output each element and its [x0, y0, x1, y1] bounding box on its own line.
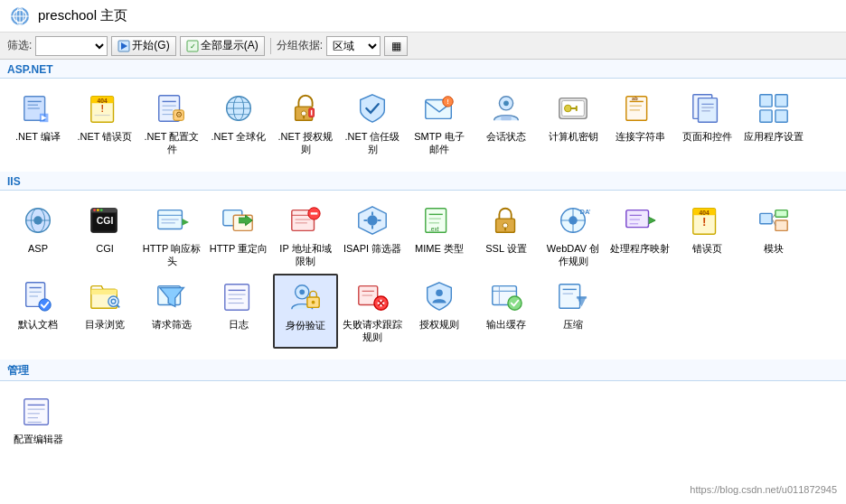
svg-rect-62 [776, 110, 787, 122]
icon-fail-request [354, 278, 390, 314]
svg-point-137 [299, 290, 305, 295]
icon-label-webdav: WebDAV 创作规则 [543, 242, 603, 268]
view-mode-icon: ▦ [391, 40, 401, 52]
toolbar: 筛选: 开始(G) ✓ 全部显示(A) 分组依据: 区域 ▦ [0, 33, 846, 60]
icon-item-conn-string[interactable]: ab 连接字符串 [607, 86, 672, 161]
icon-item-auth[interactable]: 身份验证 [273, 274, 338, 349]
icon-label-smtp: SMTP 电子邮件 [409, 130, 469, 156]
svg-text:DAV: DAV [580, 208, 590, 216]
icon-item-dotnet-config[interactable]: ⚙ .NET 配置文件 [139, 86, 204, 161]
section-iis: IIS ASP CGI CGI HTTP 响应标头 HTTP 重定向 [0, 172, 846, 356]
icon-item-dotnet-auth[interactable]: .NET 授权规则 [273, 86, 338, 161]
icon-item-log[interactable]: 日志 [206, 274, 271, 349]
icon-item-dotnet-error[interactable]: 404 ! .NET 错误页 [72, 86, 137, 161]
svg-point-148 [436, 290, 443, 297]
icon-item-config-editor[interactable]: 配置编辑器 [5, 388, 70, 450]
start-button[interactable]: 开始(G) [111, 36, 175, 56]
icon-item-error-pages[interactable]: 404 ! 错误页 [674, 198, 739, 273]
icon-item-default-doc[interactable]: 默认文档 [5, 274, 70, 349]
view-mode-button[interactable]: ▦ [384, 36, 408, 56]
svg-point-88 [367, 215, 377, 225]
section-header-aspnet: ASP.NET [0, 60, 846, 79]
icon-item-http-redirect[interactable]: HTTP 重定向 [206, 198, 271, 273]
svg-rect-131 [225, 285, 249, 311]
icon-item-app-settings[interactable]: 应用程序设置 [741, 86, 806, 161]
icon-label-output-cache: 输出缓存 [486, 318, 526, 331]
icon-item-modules[interactable]: 模块 [741, 198, 806, 273]
icon-item-ssl[interactable]: SSL 设置 [474, 198, 539, 273]
icon-modules [756, 202, 792, 238]
icon-label-log: 日志 [229, 318, 249, 331]
icon-item-request-filter[interactable]: 请求筛选 [139, 274, 204, 349]
icon-item-dir-browse[interactable]: 目录浏览 [72, 274, 137, 349]
icon-isapi-filter [354, 202, 390, 238]
section-aspnet: ASP.NET .NET 编译 404 ! .NET 错误页 ⚙ .NET 配置… [0, 60, 846, 168]
icon-label-asp: ASP [28, 242, 48, 255]
icon-item-asp[interactable]: ASP [5, 198, 70, 273]
icon-item-http-response[interactable]: HTTP 响应标头 [139, 198, 204, 273]
icon-label-machine-key: 计算机密钥 [549, 130, 598, 143]
svg-text:!: ! [702, 214, 706, 228]
icon-label-authz-rules: 授权规则 [419, 318, 459, 331]
icon-item-dotnet-trust[interactable]: .NET 信任级别 [340, 86, 405, 161]
icon-authz-rules [421, 278, 457, 314]
svg-rect-115 [776, 210, 787, 217]
icon-dotnet-config: ⚙ [154, 90, 190, 126]
svg-rect-48 [576, 109, 578, 111]
svg-rect-34 [303, 116, 305, 119]
icon-item-handler[interactable]: 处理程序映射 [607, 198, 672, 273]
icon-item-pages-controls[interactable]: 页面和控件 [674, 86, 739, 161]
icon-label-dotnet-auth: .NET 授权规则 [276, 130, 335, 156]
icon-item-dotnet-global[interactable]: .NET 全球化 [206, 86, 271, 161]
svg-rect-125 [91, 290, 118, 295]
svg-rect-55 [699, 98, 718, 123]
icon-ip-restrict [287, 202, 324, 238]
show-all-button[interactable]: ✓ 全部显示(A) [180, 36, 265, 56]
icon-item-dotnet-compile[interactable]: .NET 编译 [5, 86, 70, 161]
icon-item-compress[interactable]: 压缩 [540, 274, 606, 349]
svg-text:CGI: CGI [97, 215, 114, 225]
filter-select[interactable] [35, 36, 108, 56]
icon-item-mime[interactable]: .ext MIME 类型 [407, 198, 472, 273]
svg-point-45 [565, 105, 572, 112]
icon-label-dotnet-trust: .NET 信任级别 [343, 130, 402, 156]
section-header-iis: IIS [0, 172, 846, 191]
icon-label-ip-restrict: IP 地址和域限制 [276, 242, 335, 268]
icon-dotnet-auth [287, 90, 324, 126]
svg-marker-78 [182, 219, 189, 226]
icon-ssl [488, 202, 524, 238]
svg-rect-100 [504, 227, 506, 230]
start-icon [118, 40, 130, 52]
icon-item-ip-restrict[interactable]: IP 地址和域限制 [273, 198, 338, 273]
svg-rect-46 [570, 107, 578, 109]
group-by-select[interactable]: 区域 [326, 36, 381, 56]
icon-label-conn-string: 连接字符串 [616, 130, 665, 143]
icon-item-fail-request[interactable]: 失败请求跟踪规则 [340, 274, 405, 349]
group-by-label: 分组依据: [277, 38, 323, 53]
icon-item-cgi[interactable]: CGI CGI [72, 198, 137, 273]
app-icon [9, 5, 31, 27]
icon-item-smtp[interactable]: ! SMTP 电子邮件 [407, 86, 472, 161]
icon-webdav: DAV [555, 202, 591, 238]
svg-point-41 [503, 100, 509, 106]
icon-item-output-cache[interactable]: 输出缓存 [474, 274, 539, 349]
icon-machine-key [555, 90, 591, 126]
svg-rect-61 [760, 110, 772, 122]
icon-item-authz-rules[interactable]: 授权规则 [407, 274, 472, 349]
icon-label-config-editor: 配置编辑器 [14, 433, 63, 445]
icon-label-pages-controls: 页面和控件 [682, 130, 732, 143]
show-all-btn-label: 全部显示(A) [201, 38, 258, 53]
icon-item-webdav[interactable]: DAV WebDAV 创作规则 [540, 198, 606, 273]
icon-dotnet-error: 404 ! [87, 90, 123, 126]
icon-label-app-settings: 应用程序设置 [744, 130, 804, 143]
icon-item-session[interactable]: 会话状态 [474, 86, 539, 161]
svg-rect-106 [626, 210, 649, 227]
icon-dir-browse [87, 278, 123, 314]
icon-label-http-redirect: HTTP 重定向 [210, 242, 268, 255]
icon-label-cgi: CGI [96, 242, 114, 255]
icon-label-default-doc: 默认文档 [18, 318, 58, 331]
icon-item-isapi-filter[interactable]: ISAPI 筛选器 [340, 198, 405, 273]
title-bar: preschool 主页 [0, 0, 846, 33]
icon-item-machine-key[interactable]: 计算机密钥 [540, 86, 606, 161]
start-btn-label: 开始(G) [132, 38, 169, 53]
